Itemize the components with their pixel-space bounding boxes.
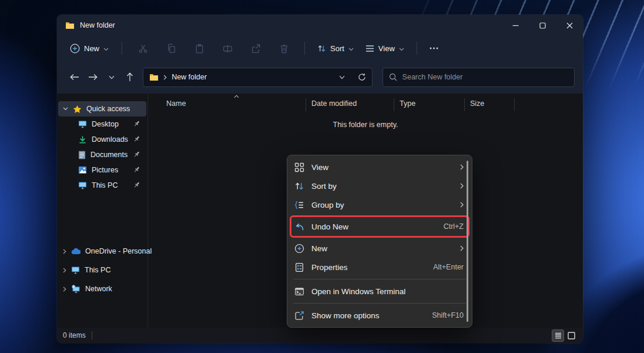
menu-scrollbar[interactable] bbox=[467, 161, 468, 322]
breadcrumb[interactable]: New folder bbox=[172, 73, 207, 81]
menu-item-label: Properties bbox=[311, 263, 426, 272]
sidebar-item-documents[interactable]: Documents bbox=[58, 147, 146, 162]
menu-item-show-more-options[interactable]: Show more options Shift+F10 bbox=[287, 306, 472, 325]
column-header-type[interactable]: Type bbox=[400, 99, 415, 108]
menu-item-properties[interactable]: Properties Alt+Enter bbox=[287, 258, 472, 277]
pin-icon bbox=[133, 135, 140, 143]
breadcrumb-chevron-icon bbox=[163, 75, 167, 80]
column-divider[interactable] bbox=[514, 98, 515, 111]
titlebar[interactable]: New folder bbox=[57, 15, 583, 36]
menu-item-new[interactable]: New bbox=[287, 239, 472, 258]
menu-item-open-in-windows-terminal[interactable]: Open in Windows Terminal bbox=[287, 282, 472, 301]
sidebar-item-label: Pictures bbox=[92, 166, 118, 174]
recent-locations-button[interactable] bbox=[102, 68, 121, 86]
delete-button[interactable] bbox=[270, 39, 297, 57]
sidebar-item-downloads[interactable]: Downloads bbox=[58, 132, 146, 147]
menu-item-label: Open in Windows Terminal bbox=[311, 287, 464, 296]
monitor-icon bbox=[78, 181, 87, 189]
back-button[interactable] bbox=[65, 68, 84, 86]
window-title: New folder bbox=[80, 21, 115, 29]
rename-button[interactable] bbox=[214, 39, 241, 57]
chevron-right-icon[interactable] bbox=[63, 249, 66, 254]
menu-item-sort-by[interactable]: Sort by bbox=[287, 176, 472, 195]
empty-folder-message: This folder is empty. bbox=[148, 121, 583, 129]
sort-button-label: Sort bbox=[330, 44, 344, 53]
pin-icon bbox=[133, 181, 140, 189]
sidebar-item-desktop[interactable]: Desktop bbox=[58, 116, 146, 132]
sidebar-item-label: Desktop bbox=[92, 120, 119, 128]
sidebar-item-network[interactable]: Network bbox=[58, 279, 146, 298]
downloads-icon bbox=[78, 135, 87, 144]
toolbar-separator bbox=[304, 42, 305, 55]
network-icon bbox=[71, 285, 80, 293]
terminal-icon bbox=[294, 287, 304, 297]
paste-button[interactable] bbox=[186, 39, 213, 57]
chevron-right-icon[interactable] bbox=[63, 268, 66, 273]
forward-button[interactable] bbox=[84, 68, 103, 86]
refresh-icon[interactable] bbox=[358, 73, 366, 81]
new-button[interactable]: New bbox=[64, 40, 115, 57]
plus-circle-icon bbox=[70, 44, 80, 54]
sidebar-item-label: This PC bbox=[92, 181, 118, 189]
address-dropdown-icon[interactable] bbox=[339, 75, 345, 79]
column-headers: Name Date modified Type Size bbox=[148, 97, 583, 112]
desktop-icon bbox=[78, 120, 87, 128]
submenu-chevron-icon bbox=[460, 245, 464, 251]
column-divider[interactable] bbox=[394, 98, 394, 111]
sidebar-item-this-pc-pinned[interactable]: This PC bbox=[58, 178, 146, 193]
chevron-down-icon bbox=[103, 44, 109, 53]
large-icons-view-button[interactable] bbox=[566, 330, 577, 341]
menu-item-label: Show more options bbox=[311, 311, 425, 320]
search-box[interactable] bbox=[383, 68, 575, 87]
sort-button[interactable]: Sort bbox=[312, 41, 359, 56]
column-header-size[interactable]: Size bbox=[470, 99, 484, 108]
column-divider[interactable] bbox=[464, 98, 465, 111]
sidebar-item-quick-access[interactable]: Quick access bbox=[58, 101, 146, 116]
column-divider[interactable] bbox=[306, 98, 306, 111]
folder-icon bbox=[65, 21, 75, 29]
sort-arrows-icon bbox=[294, 181, 304, 191]
close-button[interactable] bbox=[556, 15, 583, 36]
up-button[interactable] bbox=[121, 68, 140, 86]
onedrive-cloud-icon bbox=[71, 248, 80, 255]
submenu-chevron-icon bbox=[460, 183, 464, 189]
search-input[interactable] bbox=[402, 73, 568, 81]
menu-item-group-by[interactable]: Group by bbox=[287, 195, 472, 214]
minimize-button[interactable] bbox=[502, 15, 529, 36]
undo-icon bbox=[294, 222, 304, 232]
address-bar[interactable]: New folder bbox=[143, 68, 372, 87]
menu-item-undo-new[interactable]: Undo New Ctrl+Z bbox=[290, 215, 469, 238]
sidebar-item-pictures[interactable]: Pictures bbox=[58, 162, 146, 178]
maximize-button[interactable] bbox=[529, 15, 556, 36]
menu-item-label: Sort by bbox=[311, 182, 453, 191]
copy-button[interactable] bbox=[157, 39, 185, 57]
submenu-chevron-icon bbox=[460, 164, 464, 170]
plus-circle-icon bbox=[294, 244, 304, 254]
navigation-bar: New folder bbox=[57, 61, 583, 94]
sidebar-item-label: OneDrive - Personal bbox=[85, 247, 152, 255]
command-bar: New Sort bbox=[57, 36, 583, 61]
chevron-down-icon[interactable] bbox=[63, 107, 68, 111]
more-options-button[interactable] bbox=[424, 39, 444, 57]
item-count: 0 items bbox=[63, 331, 92, 339]
column-header-name[interactable]: Name bbox=[166, 99, 186, 108]
share-button[interactable] bbox=[242, 39, 269, 57]
menu-item-view[interactable]: View bbox=[287, 158, 472, 176]
star-icon bbox=[73, 105, 82, 114]
menu-separator bbox=[293, 279, 466, 279]
search-icon bbox=[389, 73, 397, 81]
pictures-icon bbox=[78, 166, 87, 174]
sidebar-item-this-pc[interactable]: This PC bbox=[58, 261, 146, 279]
sidebar-item-label: This PC bbox=[85, 266, 110, 274]
monitor-icon bbox=[71, 266, 80, 274]
pin-icon bbox=[133, 120, 140, 128]
context-menu: View Sort by Group by Undo New Ctrl+Z bbox=[287, 155, 472, 328]
status-bar: 0 items bbox=[57, 328, 583, 343]
chevron-right-icon[interactable] bbox=[63, 287, 66, 292]
column-header-date-modified[interactable]: Date modified bbox=[311, 99, 357, 108]
cut-button[interactable] bbox=[129, 39, 156, 57]
details-view-button[interactable] bbox=[552, 330, 564, 341]
view-button[interactable]: View bbox=[360, 41, 410, 56]
chevron-down-icon bbox=[348, 44, 354, 53]
sidebar-item-onedrive[interactable]: OneDrive - Personal bbox=[58, 242, 146, 261]
